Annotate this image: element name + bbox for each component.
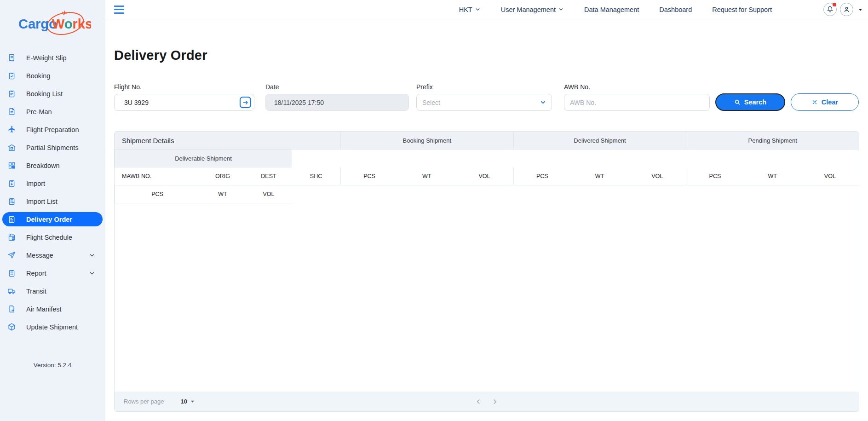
table-column-header-booking-shipment-wt: WT [398,167,455,185]
app-version: Version: 5.2.4 [0,362,105,369]
page-title: Delivery Order [114,48,859,63]
chevron-down-icon [475,6,481,12]
truck-icon [7,287,16,295]
topbar: HKT User Management Data Management [105,0,868,19]
nav-item-user-management[interactable]: User Management [501,6,564,13]
table-column-header-pending-shipment-wt: WT [744,167,801,185]
sidebar-item-label: Delivery Order [26,216,72,223]
sidebar-item-label: Update Shipment [26,323,78,331]
sidebar-item-pre-man[interactable]: Pre-Man [2,104,103,119]
flight-no-input[interactable] [114,94,254,111]
sidebar-item-message[interactable]: Message [2,248,103,262]
menu-toggle-icon[interactable] [114,6,124,14]
cargoworks-logo: Cargo Works ✈ [0,0,105,42]
sidebar-item-label: Flight Preparation [26,126,79,133]
receipt-icon [7,53,16,62]
sidebar-item-flight-preparation[interactable]: Flight Preparation [2,122,103,137]
grid-icon [7,161,16,170]
sidebar-item-breakdown[interactable]: Breakdown [2,158,103,173]
sidebar-item-label: Breakdown [26,162,60,169]
flight-no-go-button[interactable] [240,97,251,108]
user-icon [843,6,850,13]
table-group-header-deliverable-shipment: Deliverable Shipment [115,150,292,167]
sidebar-item-transit[interactable]: Transit [2,284,103,298]
table-column-header-deliverable-shipment-pcs: PCS [115,185,200,203]
nav-item-data-management[interactable]: Data Management [584,6,639,13]
bell-icon [827,6,834,13]
sidebar-item-flight-schedule[interactable]: Flight Schedule [2,230,103,244]
table-column-header-row: MAWB NO.ORIGDESTSHCPCSWTVOLPCSWTVOLPCSWT… [115,167,859,203]
clipboard-down-list-icon [7,197,16,206]
send-icon [7,251,16,260]
chevron-down-icon [89,252,95,259]
sidebar-item-label: Partial Shipments [26,144,79,151]
clear-button[interactable]: Clear [791,93,859,111]
table-group-header-delivered-shipment: Delivered Shipment [513,132,686,150]
sidebar-item-update-shipment[interactable]: Update Shipment [2,320,103,334]
date-label: Date [265,83,409,91]
previous-page-button[interactable] [475,398,482,405]
prefix-select[interactable] [416,94,552,111]
sidebar-item-label: Import List [26,198,57,205]
rows-per-page-select[interactable]: 10 [180,398,195,405]
topbar-actions [823,3,863,16]
sidebar-nav: E-Weight Slip Booking Booking List Pre-M… [0,51,105,338]
sidebar-item-air-manifest[interactable]: Air Manifest [2,302,103,316]
nav-item-dashboard[interactable]: Dashboard [659,6,692,13]
sidebar-item-label: Booking List [26,90,63,98]
awb-no-input[interactable] [564,94,710,111]
plane-icon [7,125,16,134]
file-export-icon [7,305,16,313]
sidebar-item-delivery-order[interactable]: Delivery Order [2,212,103,226]
nav-item-hkt[interactable]: HKT [459,6,481,13]
date-input[interactable] [265,94,409,111]
nav-item-request-for-support[interactable]: Request for Support [712,6,772,13]
next-page-button[interactable] [492,398,498,405]
table-column-header-delivered-shipment-wt: WT [571,167,628,185]
sidebar-item-e-weight-slip[interactable]: E-Weight Slip [2,51,103,65]
table-column-header-delivered-shipment-pcs: PCS [513,167,571,185]
sidebar-item-label: Flight Schedule [26,234,72,241]
sidebar-item-partial-shipments[interactable]: Partial Shipments [2,140,103,155]
notification-badge [833,3,836,6]
table-column-header-deliverable-shipment-vol: VOL [246,185,292,203]
sidebar: Cargo Works ✈ E-Weight Slip Booking Book… [0,0,105,421]
sidebar-item-booking[interactable]: Booking [2,69,103,83]
sidebar-item-import-list[interactable]: Import List [2,194,103,208]
table-column-header-delivered-shipment-vol: VOL [628,167,686,185]
calendar-clock-icon [7,233,16,242]
date-field: Date [265,83,409,111]
close-icon [811,99,818,105]
document-icon [7,107,16,116]
profile-button[interactable] [840,3,853,16]
search-filters: Flight No. Date Prefix AWB No. [114,83,859,111]
svg-text:Cargo: Cargo [18,17,57,31]
table-column-header-shipment-details-shc: SHC [292,167,340,185]
sidebar-item-booking-list[interactable]: Booking List [2,87,103,101]
table-group-header-pending-shipment: Pending Shipment [686,132,859,150]
chevron-down-icon [558,6,564,12]
notifications-button[interactable] [823,3,837,16]
prefix-field: Prefix [416,83,552,111]
topbar-nav: HKT User Management Data Management [459,6,772,13]
delivery-note-icon [7,215,16,224]
sidebar-item-label: Report [26,270,46,277]
awb-no-field: AWB No. [564,83,710,111]
table-column-header-booking-shipment-vol: VOL [455,167,513,185]
sidebar-item-report[interactable]: Report [2,266,103,280]
search-button[interactable]: Search [715,93,785,111]
arrow-right-icon [242,99,249,106]
table-column-header-pending-shipment-vol: VOL [801,167,859,185]
table-column-header-shipment-details-orig: ORIG [200,167,246,185]
table-column-header-shipment-details-mawb-no: MAWB NO. [115,167,200,185]
sidebar-item-import[interactable]: Import [2,176,103,190]
sidebar-item-label: Booking [26,72,50,80]
profile-dropdown-caret[interactable] [857,6,863,12]
flight-no-field: Flight No. [114,83,254,111]
table-group-header-shipment-details: Shipment Details [115,132,340,150]
package-icon [7,323,16,331]
table-pagination: Rows per page 10 [115,392,859,411]
sidebar-item-label: Message [26,252,53,259]
sidebar-item-label: Import [26,180,45,187]
table-group-header-booking-shipment: Booking Shipment [340,132,513,150]
